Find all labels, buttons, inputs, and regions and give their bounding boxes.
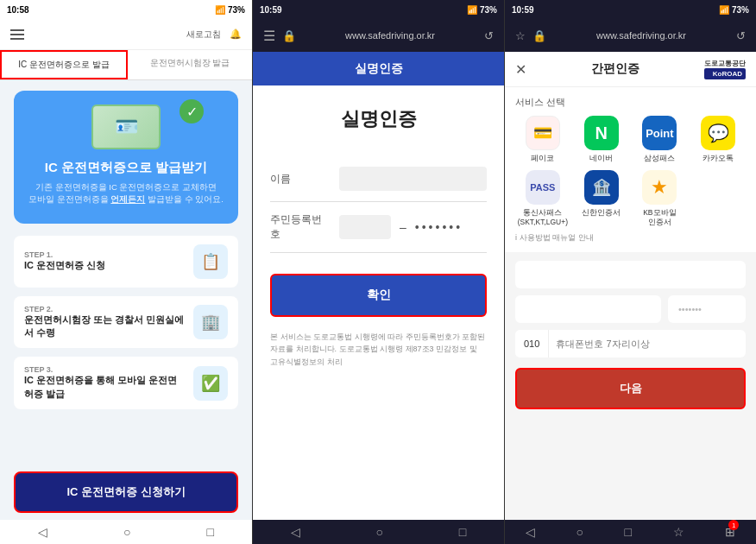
page-title-bar-2: 실명인증: [253, 52, 504, 85]
id-field-row: 주민등록번호 – •••••••: [270, 202, 487, 253]
disclaimer-text: 본 서비스는 도로교통법 시행령에 따라 주민등록번호가 포함된 자료를 처리합…: [270, 331, 487, 368]
sys-nav-2: ◁ ○ □: [253, 520, 504, 544]
phone-screen-2: 10:59 📶 73% ☰ 🔒 www.safedriving.or.kr ↺ …: [252, 0, 504, 544]
nav-back-1[interactable]: ◁: [38, 525, 47, 539]
browser-bar-2: ☰ 🔒 www.safedriving.or.kr ↺: [253, 19, 504, 52]
step-item-3: STEP 3. IC 운전면허증을 통해 모바일 운전면허증 발급 ✅: [14, 357, 238, 409]
naver-label: 네이버: [589, 154, 613, 163]
id-dots-3[interactable]: [668, 295, 746, 323]
nav-back-3[interactable]: ◁: [526, 525, 535, 539]
nav-back-2[interactable]: ◁: [291, 525, 300, 539]
step-icon-1: 📋: [193, 244, 228, 279]
header-row-3: ✕ 간편인증 도로교통공단 KoROAD: [505, 52, 756, 87]
phone-prefix: 010: [515, 330, 549, 357]
service-samsung[interactable]: Point 삼성패스: [633, 116, 688, 163]
samsung-icon: Point: [642, 116, 677, 150]
id-dots: •••••••: [415, 220, 463, 234]
kakao-label: 카카오톡: [702, 154, 734, 163]
step-item-1: STEP 1. IC 운전면허증 신청 📋: [14, 236, 238, 288]
form-section-3: 010 다음: [505, 252, 756, 520]
lock-icon-3: 🔒: [532, 29, 546, 42]
id-front-3[interactable]: [515, 295, 661, 323]
nav-recent-2[interactable]: □: [459, 525, 466, 539]
service-grid: 💳 페이코 N 네이버 Point 삼성패스 💬 카카오톡 PASS 통신사패스…: [515, 116, 746, 227]
sys-nav-3: ◁ ○ □ ☆ ⊞ 1: [505, 520, 756, 544]
tab-ic-license[interactable]: IC 운전면허증으로 발급: [0, 50, 128, 79]
service-section-label: 서비스 선택: [515, 96, 746, 109]
form-big-title: 실명인증: [270, 106, 487, 132]
tab-bar-1: IC 운전면허증으로 발급 운전면허시험장 발급: [0, 50, 252, 80]
service-shinhan[interactable]: 🏦 신한인증서: [574, 170, 629, 227]
nav-recent-1[interactable]: □: [207, 525, 214, 539]
close-button-3[interactable]: ✕: [515, 61, 526, 78]
nav-home-1[interactable]: ○: [123, 525, 130, 539]
content-area-1: ✓ IC 운전면허증으로 발급받기 기존 운전면허증을 IC 운전면허증으로 교…: [0, 80, 252, 463]
next-button[interactable]: 다음: [515, 368, 746, 409]
koroad-logo: 도로교통공단 KoROAD: [704, 59, 746, 79]
refresh-icon[interactable]: 새로고침: [186, 28, 221, 41]
phone-input-3[interactable]: [549, 330, 746, 357]
phone-screen-1: 10:58 📶 73% 새로고침 🔔 IC 운전면허증으로 발급 운전면허시험장…: [0, 0, 252, 544]
name-input[interactable]: [339, 167, 487, 191]
kb-icon: ★: [642, 170, 677, 205]
service-section: 서비스 선택 💳 페이코 N 네이버 Point 삼성패스 💬 카카오톡 PAS…: [505, 87, 756, 252]
service-payco[interactable]: 💳 페이코: [515, 116, 570, 163]
status-bar-2: 10:59 📶 73%: [253, 0, 504, 19]
tab-license-center[interactable]: 운전면허시험장 발급: [128, 50, 252, 79]
refresh-icon-3[interactable]: ↺: [736, 29, 746, 42]
step-icon-2: 🏢: [193, 305, 228, 339]
header-center-3: 간편인증: [591, 61, 639, 77]
phone-number-row: 010: [515, 330, 746, 357]
koroad-badge: KoROAD: [704, 68, 746, 79]
name-field-3[interactable]: [515, 261, 746, 288]
nav-home-3[interactable]: ○: [576, 525, 583, 539]
status-battery-3: 📶 73%: [719, 5, 749, 15]
status-battery-2: 📶 73%: [467, 5, 497, 15]
hamburger-menu[interactable]: [10, 29, 24, 40]
status-bar-1: 10:58 📶 73%: [0, 0, 252, 19]
hamburger-icon-2[interactable]: ☰: [263, 28, 275, 44]
status-bar-3: 10:59 📶 73%: [505, 0, 756, 19]
hero-title: IC 운전면허증으로 발급받기: [45, 158, 207, 176]
refresh-icon-2[interactable]: ↺: [484, 29, 494, 42]
service-pass[interactable]: PASS 통신사패스(SKT,KT,LGU+): [515, 170, 570, 227]
bottom-bar-1: IC 운전면허증 신청하기: [0, 463, 252, 520]
id-input-front[interactable]: [339, 215, 391, 239]
nav-home-2[interactable]: ○: [376, 525, 383, 539]
pass-icon: PASS: [526, 170, 560, 205]
confirm-button[interactable]: 확인: [270, 274, 487, 317]
hero-desc: 기존 운전면허증을 IC 운전면허증으로 교체하면 모바일 운전면허증을 언제든…: [28, 181, 224, 206]
page-main-title: 간편인증: [591, 61, 639, 77]
nav-actions: 새로고침 🔔: [186, 28, 242, 41]
check-badge: ✓: [180, 99, 204, 123]
samsung-label: 삼성패스: [644, 154, 675, 163]
payco-label: 페이코: [531, 154, 554, 163]
url-bar-2[interactable]: www.safedriving.or.kr: [296, 30, 484, 41]
bell-icon[interactable]: 🔔: [230, 28, 242, 40]
status-time-2: 10:59: [260, 5, 282, 15]
nav-star-3[interactable]: ☆: [673, 525, 684, 539]
service-kakao[interactable]: 💬 카카오톡: [690, 116, 746, 163]
step-item-2: STEP 2. 운전면허시험장 또는 경찰서 민원실에서 수령 🏢: [14, 296, 238, 349]
kakao-icon: 💬: [701, 116, 735, 150]
info-text[interactable]: i 사용방법 매뉴얼 안내: [515, 232, 746, 244]
license-image: [91, 104, 161, 149]
id-field-row-3: [515, 295, 746, 323]
service-naver[interactable]: N 네이버: [574, 116, 629, 163]
name-field-row: 이름: [270, 156, 487, 202]
nav-recent-3[interactable]: □: [624, 525, 631, 539]
cta-button[interactable]: IC 운전면허증 신청하기: [14, 471, 238, 513]
shinhan-label: 신한인증서: [582, 208, 621, 218]
status-time-3: 10:59: [512, 5, 534, 15]
service-kb[interactable]: ★ KB모바일인증서: [633, 170, 688, 227]
step-list: STEP 1. IC 운전면허증 신청 📋 STEP 2. 운전면허시험장 또는…: [14, 236, 238, 410]
url-bar-3[interactable]: www.safedriving.or.kr: [546, 30, 736, 41]
payco-icon: 💳: [526, 116, 560, 150]
step-icon-3: ✅: [193, 366, 228, 401]
pass-label: 통신사패스(SKT,KT,LGU+): [518, 208, 568, 227]
phone-screen-3: 10:59 📶 73% ☆ 🔒 www.safedriving.or.kr ↺ …: [504, 0, 756, 544]
nav-menu-3[interactable]: ⊞ 1: [725, 525, 735, 539]
naver-icon: N: [584, 116, 619, 150]
notification-badge: 1: [728, 520, 739, 530]
kb-label: KB모바일인증서: [643, 208, 676, 227]
